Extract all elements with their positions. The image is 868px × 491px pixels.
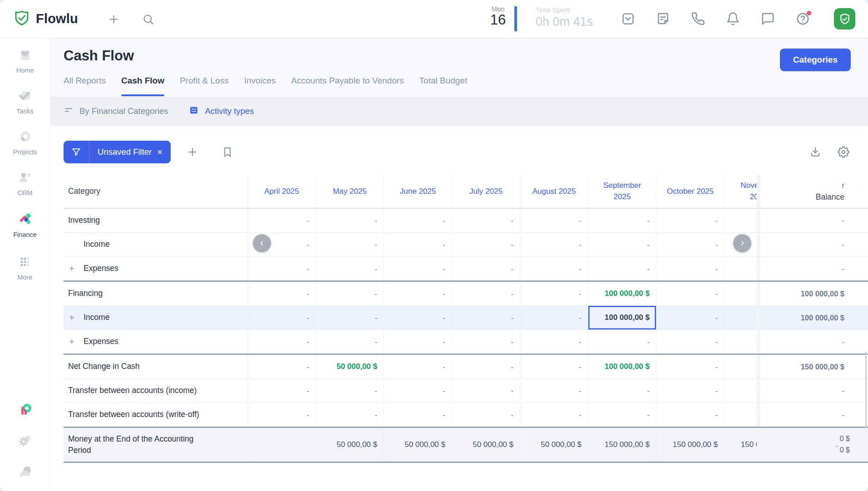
value-cell[interactable]: - <box>316 257 384 280</box>
scroll-right-button[interactable] <box>733 234 751 252</box>
view-by-financial-categories[interactable]: By Financial Categories <box>64 105 168 118</box>
balance-cell[interactable]: - <box>757 209 868 232</box>
value-cell[interactable]: - <box>520 355 588 378</box>
value-cell[interactable]: - <box>520 257 588 280</box>
value-cell[interactable]: - <box>452 233 520 256</box>
value-cell[interactable]: - <box>248 379 316 403</box>
tab-invoices[interactable]: Invoices <box>244 76 276 92</box>
tab-accounts-payable-to-vendors[interactable]: Accounts Payable to Vendors <box>291 76 404 92</box>
flowlu-logo[interactable]: Flowlu <box>14 0 78 38</box>
value-cell[interactable]: - <box>316 233 384 256</box>
value-cell[interactable]: - <box>588 379 656 403</box>
chat-icon[interactable] <box>761 12 775 26</box>
bookmark-filter-button[interactable] <box>220 145 235 159</box>
inbox-icon[interactable] <box>621 12 635 26</box>
value-cell[interactable]: - <box>384 257 452 280</box>
value-cell[interactable]: - <box>452 379 520 403</box>
value-cell[interactable]: - <box>520 379 588 403</box>
row-category-cell[interactable]: +Income <box>64 306 248 329</box>
value-cell[interactable]: - <box>520 209 588 232</box>
calendar-date[interactable]: Mon 16 <box>485 5 511 28</box>
value-cell[interactable]: - <box>248 209 316 232</box>
tab-profit-loss[interactable]: Profit & Loss <box>180 76 229 92</box>
value-cell[interactable]: - <box>520 330 588 354</box>
value-cell[interactable]: - <box>656 306 725 329</box>
value-cell[interactable]: - <box>384 379 452 403</box>
value-cell[interactable]: - <box>452 209 520 232</box>
value-cell[interactable]: - <box>248 257 316 280</box>
scrollbar[interactable] <box>865 352 867 429</box>
download-export-button[interactable] <box>808 145 823 159</box>
value-cell[interactable]: - <box>520 306 588 329</box>
value-cell[interactable]: - <box>452 403 520 427</box>
settings-icon[interactable] <box>0 432 50 452</box>
help-icon[interactable] <box>796 12 810 26</box>
notifications-icon[interactable] <box>726 12 740 26</box>
value-cell[interactable]: - <box>384 403 452 427</box>
balance-cell[interactable]: 100 000,00 $ <box>757 306 868 329</box>
value-cell[interactable]: - <box>248 282 316 305</box>
value-cell[interactable] <box>248 428 316 462</box>
value-cell[interactable]: - <box>656 379 725 403</box>
app-logo-icon[interactable] <box>0 401 50 421</box>
balance-cell[interactable]: - <box>757 257 868 280</box>
sidebar-item-more[interactable]: More <box>0 253 50 281</box>
value-cell[interactable]: - <box>452 257 520 280</box>
row-category-cell[interactable]: +Expenses <box>64 257 248 280</box>
selected-cell[interactable]: 100 000,00 $ <box>588 306 656 329</box>
value-cell[interactable]: 50 000,00 $ <box>452 428 520 462</box>
value-cell[interactable]: - <box>656 355 725 378</box>
add-filter-button[interactable] <box>185 145 200 159</box>
value-cell[interactable]: - <box>452 282 520 305</box>
value-cell[interactable]: - <box>656 257 725 280</box>
value-cell[interactable]: - <box>316 403 384 427</box>
value-cell[interactable]: 50 000,00 $ <box>316 355 384 378</box>
balance-cell[interactable]: 150 000,00 $ <box>757 355 868 378</box>
value-cell[interactable]: - <box>316 306 384 329</box>
value-cell[interactable]: 150 000,00 $ <box>588 428 656 462</box>
balance-cell[interactable]: 100 000,00 $ <box>757 282 868 305</box>
value-cell[interactable]: - <box>452 306 520 329</box>
sidebar-item-home[interactable]: Home <box>0 46 50 74</box>
value-cell[interactable]: 50 000,00 $ <box>520 428 588 462</box>
categories-button[interactable]: Categories <box>780 49 851 71</box>
profile-avatar[interactable] <box>834 8 855 29</box>
create-plus-button[interactable] <box>106 11 121 27</box>
value-cell[interactable]: - <box>316 282 384 305</box>
value-cell[interactable]: - <box>656 330 725 354</box>
value-cell[interactable]: - <box>248 403 316 427</box>
value-cell[interactable]: 150 000,00 $ <box>656 428 725 462</box>
value-cell[interactable]: - <box>384 306 452 329</box>
value-cell[interactable]: - <box>588 233 656 256</box>
value-cell[interactable]: - <box>656 403 725 427</box>
tab-cash-flow[interactable]: Cash Flow <box>121 76 164 92</box>
balance-cell[interactable]: - <box>757 403 868 427</box>
value-cell[interactable]: - <box>384 233 452 256</box>
value-cell[interactable]: 100 000,00 $ <box>588 355 656 378</box>
value-cell[interactable]: - <box>520 403 588 427</box>
notes-icon[interactable] <box>656 12 670 26</box>
sidebar-item-tasks[interactable]: Tasks <box>0 87 50 115</box>
value-cell[interactable]: - <box>384 355 452 378</box>
value-cell[interactable]: - <box>248 306 316 329</box>
phone-icon[interactable] <box>691 12 705 26</box>
value-cell[interactable]: - <box>588 403 656 427</box>
row-category-cell[interactable]: +Expenses <box>64 330 248 354</box>
time-spent[interactable]: Time Spent 0h 0m 41s <box>536 6 593 29</box>
value-cell[interactable]: - <box>656 282 725 305</box>
value-cell[interactable]: - <box>656 233 725 256</box>
value-cell[interactable]: - <box>316 209 384 232</box>
value-cell[interactable]: - <box>248 330 316 354</box>
feedback-icon[interactable] <box>0 463 50 483</box>
view-activity-types[interactable]: Activity types <box>189 105 254 118</box>
balance-cell[interactable]: - <box>757 379 868 403</box>
expand-plus-icon[interactable]: + <box>68 337 75 346</box>
value-cell[interactable]: 100 000,00 $ <box>588 282 656 305</box>
value-cell[interactable]: - <box>452 355 520 378</box>
tab-all-reports[interactable]: All Reports <box>64 76 106 92</box>
balance-cell[interactable]: - <box>757 233 868 256</box>
expand-plus-icon[interactable]: + <box>68 264 75 273</box>
scroll-left-button[interactable] <box>253 234 271 252</box>
value-cell[interactable]: - <box>384 330 452 354</box>
value-cell[interactable]: - <box>316 379 384 403</box>
